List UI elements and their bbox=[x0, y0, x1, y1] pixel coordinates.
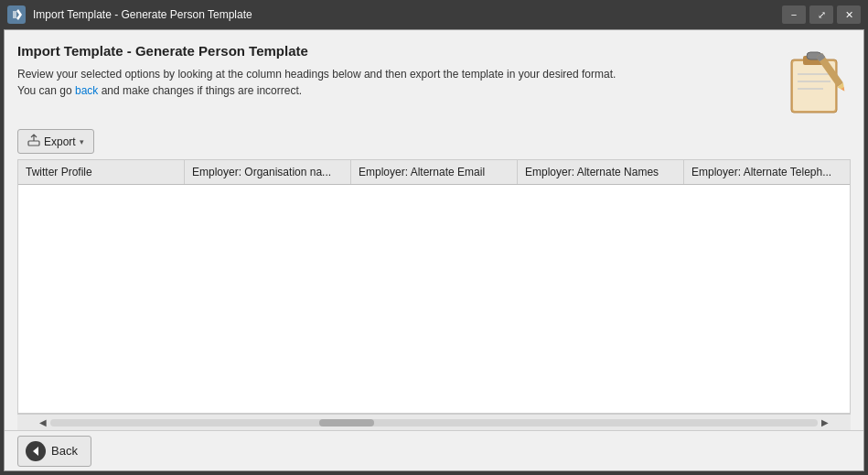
maximize-button[interactable]: ⤢ bbox=[809, 5, 833, 24]
scrollbar-track[interactable] bbox=[50, 419, 818, 426]
footer: Back bbox=[5, 430, 863, 470]
close-button[interactable]: ✕ bbox=[837, 5, 861, 24]
export-button[interactable]: Export ▾ bbox=[17, 129, 94, 154]
table-header: Twitter Profile Employer: Organisation n… bbox=[18, 160, 850, 185]
export-icon bbox=[27, 134, 40, 149]
dropdown-arrow-icon: ▾ bbox=[80, 137, 84, 146]
header-section: Import Template - Generate Person Templa… bbox=[5, 30, 863, 124]
column-header-alt-email: Employer: Alternate Email bbox=[351, 160, 518, 184]
back-link[interactable]: back bbox=[75, 84, 98, 97]
clipboard-image bbox=[777, 43, 851, 116]
toolbar: Export ▾ bbox=[5, 124, 863, 159]
table-body bbox=[18, 185, 850, 413]
back-label: Back bbox=[51, 444, 78, 458]
scroll-right-button[interactable]: ▶ bbox=[818, 417, 832, 427]
description-line2-prefix: You can go bbox=[17, 84, 75, 97]
description-line2-suffix: and make changes if things are incorrect… bbox=[98, 84, 302, 97]
column-header-twitter-profile: Twitter Profile bbox=[18, 160, 185, 184]
window-controls: − ⤢ ✕ bbox=[782, 5, 861, 24]
svg-marker-12 bbox=[33, 447, 38, 456]
scroll-left-button[interactable]: ◀ bbox=[36, 417, 50, 427]
title-bar-text: Import Template - Generate Person Templa… bbox=[33, 8, 782, 21]
title-bar: Import Template - Generate Person Templa… bbox=[0, 0, 868, 29]
svg-rect-11 bbox=[28, 141, 39, 146]
data-table: Twitter Profile Employer: Organisation n… bbox=[17, 159, 851, 414]
main-content: Import Template - Generate Person Templa… bbox=[4, 29, 864, 471]
description-line1: Review your selected options by looking … bbox=[17, 68, 616, 81]
column-header-alt-names: Employer: Alternate Names bbox=[518, 160, 684, 184]
back-icon bbox=[26, 441, 46, 461]
app-icon bbox=[7, 5, 26, 24]
back-button[interactable]: Back bbox=[17, 436, 91, 467]
scrollbar-thumb[interactable] bbox=[319, 419, 374, 426]
header-description: Review your selected options by looking … bbox=[17, 66, 763, 99]
export-label: Export bbox=[44, 135, 76, 148]
minimize-button[interactable]: − bbox=[782, 5, 806, 24]
column-header-alt-telephone: Employer: Alternate Teleph... bbox=[684, 160, 850, 184]
column-header-org-name: Employer: Organisation na... bbox=[185, 160, 351, 184]
header-text: Import Template - Generate Person Templa… bbox=[17, 43, 763, 99]
horizontal-scrollbar[interactable]: ◀ ▶ bbox=[17, 414, 851, 430]
page-title: Import Template - Generate Person Templa… bbox=[17, 43, 763, 59]
